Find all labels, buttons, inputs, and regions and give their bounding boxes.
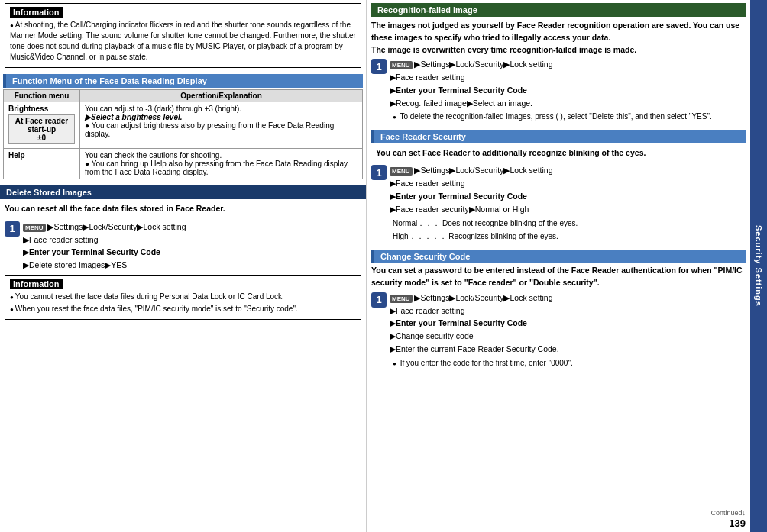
info-bullet-3: When you reset the face data files, "PIM… bbox=[10, 304, 356, 314]
face-reader-startupbox: At Face reader start-up ±0 bbox=[8, 114, 75, 144]
face-step: 1 MENU ▶Settings▶Lock/Security▶Lock sett… bbox=[371, 164, 746, 215]
brightness-label: Brightness At Face reader start-up ±0 bbox=[4, 102, 80, 149]
delete-path-3: ▶Enter your Terminal Security Code bbox=[23, 247, 160, 256]
change-step-num: 1 bbox=[371, 292, 387, 308]
function-table: Function menu Operation/Explanation Brig… bbox=[3, 89, 363, 179]
delete-path-4: ▶Delete stored images▶YES bbox=[23, 260, 127, 269]
info-bullet-1: At shooting, the Call/Charging indicator… bbox=[10, 20, 356, 63]
recog-body: The images not judged as yourself by Fac… bbox=[371, 20, 746, 56]
delete-path-2: ▶Face reader setting bbox=[23, 235, 98, 244]
change-step-content: MENU ▶Settings▶Lock/Security▶Lock settin… bbox=[390, 292, 559, 356]
delete-step: 1 MENU ▶Settings▶Lock/Security▶Lock sett… bbox=[5, 221, 361, 272]
recog-step-num: 1 bbox=[371, 59, 387, 74]
change-code-section: Change Security Code You can set a passw… bbox=[367, 243, 767, 369]
table-row: Brightness At Face reader start-up ±0 Yo… bbox=[4, 102, 363, 149]
info-box-top: Information At shooting, the Call/Chargi… bbox=[5, 3, 361, 68]
help-label: Help bbox=[4, 149, 80, 179]
recog-step: 1 MENU ▶Settings▶Lock/Security▶Lock sett… bbox=[371, 58, 746, 109]
change-code-header: Change Security Code bbox=[371, 250, 746, 263]
step-number-1: 1 bbox=[5, 221, 20, 237]
recog-section: Recognition-failed Image The images not … bbox=[367, 0, 767, 124]
menu-icon-recog: MENU bbox=[390, 61, 413, 69]
table-row: Help You can check the cautions for shoo… bbox=[4, 149, 363, 179]
help-desc: You can check the cautions for shooting.… bbox=[80, 149, 363, 179]
face-security-header: Face Reader Security bbox=[371, 130, 746, 143]
normal-desc: Normal．．． Does not recognize blinking of… bbox=[393, 218, 741, 229]
high-desc: High．．．．． Recognizes blinking of the eye… bbox=[393, 231, 741, 242]
right-column: Recognition-failed Image The images not … bbox=[367, 0, 767, 532]
delete-section: Delete Stored Images You can reset all t… bbox=[0, 182, 366, 323]
info-box-bottom: Information You cannot reset the face da… bbox=[5, 275, 361, 320]
function-menu-section: Function Menu of the Face Data Reading D… bbox=[0, 71, 366, 182]
change-step: 1 MENU ▶Settings▶Lock/Security▶Lock sett… bbox=[371, 292, 746, 356]
delete-header: Delete Stored Images bbox=[0, 185, 366, 199]
page-number: 139 bbox=[729, 517, 746, 529]
face-security-section: Face Reader Security You can set Face Re… bbox=[367, 124, 767, 243]
info-header-top: Information bbox=[10, 7, 63, 18]
recog-step-content: MENU ▶Settings▶Lock/Security▶Lock settin… bbox=[390, 58, 552, 109]
info-header-bottom: Information bbox=[10, 279, 63, 289]
change-code-body: You can set a password to be entered ins… bbox=[371, 265, 746, 289]
recog-bullet: To delete the recognition-failed images,… bbox=[393, 111, 741, 122]
left-column: Information At shooting, the Call/Chargi… bbox=[0, 0, 367, 532]
face-security-body: You can set Face Reader to additionally … bbox=[371, 145, 746, 162]
brightness-desc: You can adjust to -3 (dark) through +3 (… bbox=[80, 102, 363, 149]
menu-icon-face: MENU bbox=[390, 167, 413, 176]
continued-label: Continued↓ bbox=[710, 509, 746, 517]
delete-path: ▶Settings▶Lock/Security▶Lock setting bbox=[47, 222, 186, 231]
face-step-content: MENU ▶Settings▶Lock/Security▶Lock settin… bbox=[390, 164, 552, 215]
func-menu-header: Function Menu of the Face Data Reading D… bbox=[3, 74, 363, 88]
top-info-section: Information At shooting, the Call/Chargi… bbox=[0, 0, 366, 71]
delete-step-content: MENU ▶Settings▶Lock/Security▶Lock settin… bbox=[23, 221, 186, 272]
menu-icon: MENU bbox=[23, 224, 46, 232]
vertical-tab-security: Security Settings bbox=[750, 0, 767, 532]
col-operation: Operation/Explanation bbox=[80, 90, 363, 102]
menu-icon-change: MENU bbox=[390, 295, 413, 303]
info-bullet-2: You cannot reset the face data files dur… bbox=[10, 292, 356, 302]
col-function-menu: Function menu bbox=[4, 90, 80, 102]
delete-body: You can reset all the face data files st… bbox=[0, 201, 366, 218]
face-step-num: 1 bbox=[371, 165, 387, 180]
change-bullet: If you enter the code for the first time… bbox=[393, 358, 741, 369]
recog-header: Recognition-failed Image bbox=[371, 3, 746, 17]
